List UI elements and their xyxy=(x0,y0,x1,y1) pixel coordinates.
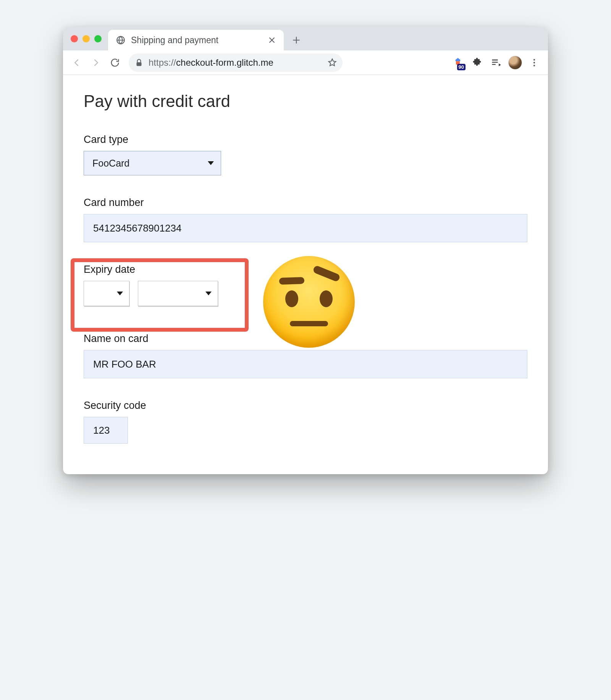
window-controls xyxy=(71,35,102,42)
extensions-button[interactable] xyxy=(469,54,485,71)
security-code-label: Security code xyxy=(84,400,527,412)
reload-icon xyxy=(110,57,120,68)
name-on-card-value: MR FOO BAR xyxy=(93,358,156,370)
star-icon[interactable] xyxy=(327,58,337,68)
menu-dots-icon xyxy=(529,58,539,68)
svg-point-5 xyxy=(533,65,535,66)
globe-icon xyxy=(116,35,126,45)
close-tab-icon[interactable] xyxy=(267,35,277,45)
url-host: checkout-form.glitch.me xyxy=(176,57,273,68)
card-type-field: Card type FooCard xyxy=(84,134,527,175)
name-on-card-input[interactable]: MR FOO BAR xyxy=(84,350,527,378)
browser-tab[interactable]: Shipping and payment xyxy=(108,30,284,50)
window-minimize-button[interactable] xyxy=(82,35,90,42)
raised-eyebrow-emoji xyxy=(263,256,355,348)
svg-point-3 xyxy=(533,59,535,60)
page-title: Pay with credit card xyxy=(84,92,527,111)
svg-point-4 xyxy=(533,62,535,63)
lighthouse-extension-button[interactable]: 90 xyxy=(449,54,466,71)
security-code-value: 123 xyxy=(93,425,110,436)
forward-button[interactable] xyxy=(87,54,104,71)
puzzle-icon xyxy=(472,57,482,68)
back-icon xyxy=(71,57,82,68)
expiry-month-select[interactable] xyxy=(84,281,129,306)
card-number-field: Card number 5412345678901234 xyxy=(84,197,527,242)
tab-strip: Shipping and payment xyxy=(63,27,548,50)
expiry-label: Expiry date xyxy=(84,264,218,275)
card-number-value: 5412345678901234 xyxy=(93,222,181,234)
url-text: https://checkout-form.glitch.me xyxy=(149,57,323,68)
chevron-down-icon xyxy=(208,161,214,165)
browser-window: Shipping and payment xyxy=(63,27,548,474)
new-tab-button[interactable] xyxy=(288,32,304,48)
media-control-button[interactable] xyxy=(488,54,504,71)
avatar xyxy=(508,56,522,70)
back-button[interactable] xyxy=(68,54,85,71)
lock-icon xyxy=(134,58,144,68)
plus-icon xyxy=(291,35,301,45)
security-code-field: Security code 123 xyxy=(84,400,527,444)
card-type-select[interactable]: FooCard xyxy=(84,151,221,175)
card-number-label: Card number xyxy=(84,197,527,209)
forward-icon xyxy=(91,57,101,68)
page-content: Pay with credit card Card type FooCard C… xyxy=(63,75,548,474)
expiry-year-select[interactable] xyxy=(138,281,218,306)
browser-toolbar: https://checkout-form.glitch.me 90 xyxy=(63,50,548,75)
security-code-input[interactable]: 123 xyxy=(84,417,128,444)
lighthouse-badge: 90 xyxy=(457,64,466,70)
chevron-down-icon xyxy=(205,292,212,295)
url-scheme: https:// xyxy=(149,57,176,68)
chevron-down-icon xyxy=(117,292,123,295)
expiry-field: Expiry date xyxy=(84,264,527,306)
browser-menu-button[interactable] xyxy=(526,54,543,71)
card-type-value: FooCard xyxy=(92,158,129,169)
address-bar[interactable]: https://checkout-form.glitch.me xyxy=(129,53,343,72)
tab-title: Shipping and payment xyxy=(131,35,262,45)
card-type-label: Card type xyxy=(84,134,527,146)
svg-rect-1 xyxy=(137,62,142,66)
card-number-input[interactable]: 5412345678901234 xyxy=(84,214,527,242)
profile-button[interactable] xyxy=(507,54,524,71)
reload-button[interactable] xyxy=(107,54,123,71)
playlist-icon xyxy=(491,57,501,68)
window-close-button[interactable] xyxy=(71,35,78,42)
window-zoom-button[interactable] xyxy=(94,35,102,42)
